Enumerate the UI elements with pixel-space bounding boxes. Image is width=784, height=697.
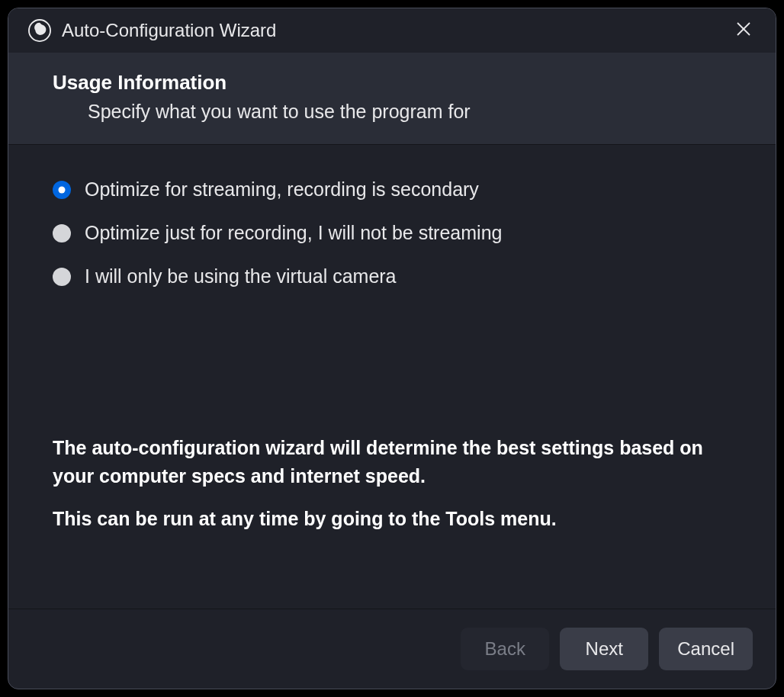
radio-label: I will only be using the virtual camera xyxy=(85,265,397,287)
info-paragraph: This can be run at any time by going to … xyxy=(53,505,731,532)
radio-indicator xyxy=(53,268,71,286)
radio-indicator xyxy=(53,224,71,243)
cancel-button[interactable]: Cancel xyxy=(659,628,753,670)
auto-config-wizard-dialog: Auto-Configuration Wizard Usage Informat… xyxy=(8,8,776,689)
close-icon xyxy=(734,20,753,41)
close-button[interactable] xyxy=(728,15,759,46)
titlebar: Auto-Configuration Wizard xyxy=(8,8,776,53)
wizard-footer: Back Next Cancel xyxy=(8,609,776,689)
radio-indicator xyxy=(53,181,71,199)
radio-option-streaming[interactable]: Optimize for streaming, recording is sec… xyxy=(53,178,731,201)
obs-icon xyxy=(28,19,51,42)
radio-label: Optimize just for recording, I will not … xyxy=(85,222,502,244)
page-title: Usage Information xyxy=(53,71,745,95)
radio-option-recording[interactable]: Optimize just for recording, I will not … xyxy=(53,222,731,244)
page-subtitle: Specify what you want to use the program… xyxy=(53,101,745,123)
info-paragraph: The auto-configuration wizard will deter… xyxy=(53,434,731,490)
wizard-header: Usage Information Specify what you want … xyxy=(8,53,776,145)
radio-label: Optimize for streaming, recording is sec… xyxy=(85,178,479,201)
next-button[interactable]: Next xyxy=(560,628,648,670)
back-button[interactable]: Back xyxy=(461,628,549,670)
radio-option-virtual-camera[interactable]: I will only be using the virtual camera xyxy=(53,265,731,287)
wizard-content: Optimize for streaming, recording is sec… xyxy=(8,145,776,609)
usage-radio-group: Optimize for streaming, recording is sec… xyxy=(53,178,731,287)
wizard-info-text: The auto-configuration wizard will deter… xyxy=(53,434,731,548)
window-title: Auto-Configuration Wizard xyxy=(62,20,728,41)
